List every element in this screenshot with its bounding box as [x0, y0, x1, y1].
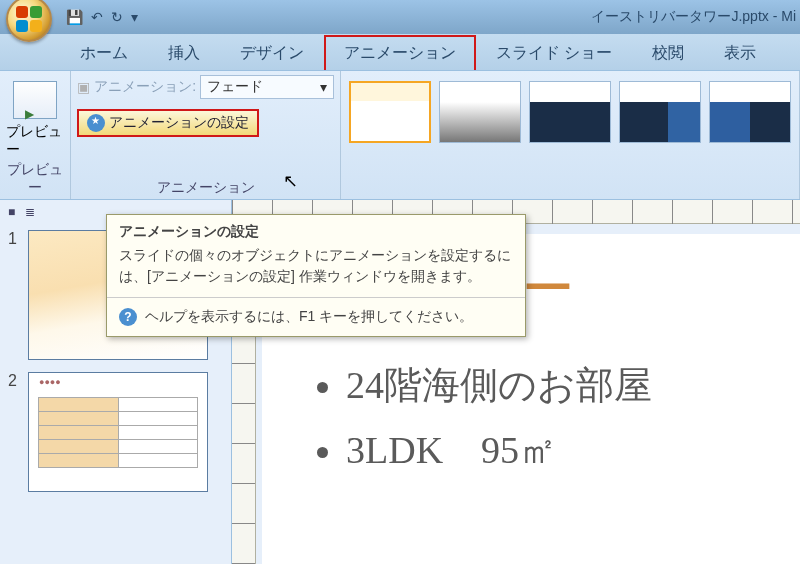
- save-icon[interactable]: 💾: [66, 9, 83, 25]
- slide-bullets[interactable]: 24階海側のお部屋 3LDK 95㎡: [302, 360, 800, 476]
- outline-tab[interactable]: ≣: [25, 205, 35, 219]
- qat-dropdown-icon[interactable]: ▾: [131, 9, 138, 25]
- tab-review[interactable]: 校閲: [632, 35, 704, 70]
- tooltip-help-text: ヘルプを表示するには、F1 キーを押してください。: [145, 308, 473, 326]
- preview-button[interactable]: [13, 81, 57, 119]
- slides-tab[interactable]: ■: [8, 205, 15, 219]
- window-title: イーストリバータワーJ.pptx - Mi: [591, 8, 796, 26]
- ribbon-group-animation: ▣ アニメーション: フェード ▾ アニメーションの設定 アニメーション: [71, 71, 341, 199]
- thumb-number-1: 1: [8, 230, 22, 360]
- tab-view[interactable]: 表示: [704, 35, 776, 70]
- title-bar: 💾 ↶ ↻ ▾ イーストリバータワーJ.pptx - Mi: [0, 0, 800, 34]
- tooltip-help: ? ヘルプを表示するには、F1 キーを押してください。: [107, 298, 525, 336]
- ribbon: プレビュー プレビュー ▣ アニメーション: フェード ▾ アニメーションの設定…: [0, 70, 800, 200]
- slide-thumbnail-2[interactable]: ●●●●: [28, 372, 208, 492]
- transition-slide-blue2[interactable]: [709, 81, 791, 143]
- ribbon-tabs: ホーム 挿入 デザイン アニメーション スライド ショー 校閲 表示: [0, 34, 800, 70]
- animation-settings-button[interactable]: アニメーションの設定: [77, 109, 259, 137]
- animation-settings-icon: [87, 114, 105, 132]
- animation-effect-value: フェード: [207, 78, 263, 96]
- transition-fade-black[interactable]: [439, 81, 521, 143]
- help-icon: ?: [119, 308, 137, 326]
- animation-settings-tooltip: アニメーションの設定 スライドの個々のオブジェクトにアニメーションを設定するには…: [106, 214, 526, 337]
- redo-icon[interactable]: ↻: [111, 9, 123, 25]
- preview-button-label: プレビュー: [6, 123, 64, 159]
- animation-icon: ▣: [77, 79, 90, 95]
- animation-effect-combo[interactable]: フェード ▾: [200, 75, 334, 99]
- quick-access-toolbar: 💾 ↶ ↻ ▾: [66, 9, 138, 25]
- ribbon-group-title-preview: プレビュー: [6, 159, 64, 197]
- thumb-number-2: 2: [8, 372, 22, 492]
- tooltip-title: アニメーションの設定: [107, 215, 525, 245]
- office-logo-icon: [16, 6, 42, 32]
- transition-slide-blue[interactable]: [619, 81, 701, 143]
- undo-icon[interactable]: ↶: [91, 9, 103, 25]
- animation-settings-label: アニメーションの設定: [109, 114, 249, 132]
- animation-combo-label: アニメーション:: [94, 78, 196, 96]
- slide-bullet-2[interactable]: 3LDK 95㎡: [346, 425, 800, 476]
- tab-design[interactable]: デザイン: [220, 35, 324, 70]
- ribbon-group-title-animation: アニメーション: [77, 177, 334, 197]
- tab-slideshow[interactable]: スライド ショー: [476, 35, 632, 70]
- transition-gallery[interactable]: [347, 75, 793, 143]
- ribbon-group-transitions: [341, 71, 800, 199]
- tooltip-body: スライドの個々のオブジェクトにアニメーションを設定するには、[アニメーションの設…: [107, 245, 525, 298]
- ribbon-group-preview: プレビュー プレビュー: [0, 71, 71, 199]
- transition-none[interactable]: [349, 81, 431, 143]
- thumb2-table: [38, 397, 198, 468]
- transition-slide-dark[interactable]: [529, 81, 611, 143]
- tab-insert[interactable]: 挿入: [148, 35, 220, 70]
- tab-animation[interactable]: アニメーション: [324, 35, 476, 70]
- slide-bullet-1[interactable]: 24階海側のお部屋: [346, 360, 800, 411]
- tab-home[interactable]: ホーム: [60, 35, 148, 70]
- chevron-down-icon: ▾: [320, 79, 327, 95]
